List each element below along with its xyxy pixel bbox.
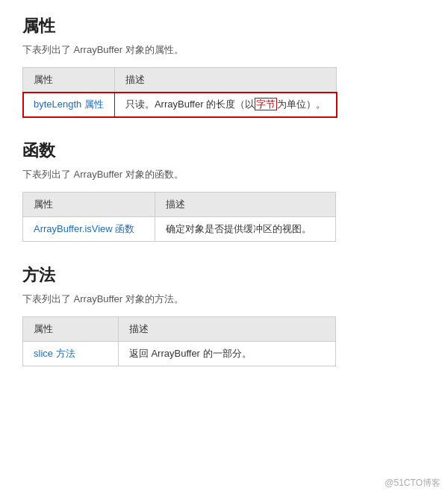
watermark: @51CTO博客 (385, 477, 441, 490)
functions-table: 属性 描述 ArrayBuffer.isView 函数 确定对象是否提供缓冲区的… (22, 192, 336, 242)
slice-link[interactable]: slice 方法 (34, 348, 75, 359)
desc-after: 为单位）。 (277, 99, 326, 110)
methods-desc: 下表列出了 ArrayBuffer 对象的方法。 (22, 293, 426, 306)
property-desc-cell: 只读。ArrayBuffer 的长度（以字节为单位）。 (114, 93, 336, 117)
desc-before: 只读。ArrayBuffer 的长度（以 (125, 99, 255, 110)
method-name-cell: slice 方法 (23, 342, 119, 366)
functions-section: 函数 下表列出了 ArrayBuffer 对象的函数。 属性 描述 ArrayB… (22, 140, 426, 242)
table-row: ArrayBuffer.isView 函数 确定对象是否提供缓冲区的视图。 (23, 217, 336, 242)
functions-col2-header: 描述 (155, 193, 336, 217)
methods-col2-header: 描述 (118, 317, 335, 342)
properties-col1-header: 属性 (23, 68, 115, 93)
methods-title: 方法 (22, 264, 426, 287)
table-row: byteLength 属性 只读。ArrayBuffer 的长度（以字节为单位）… (23, 93, 337, 117)
highlighted-word: 字节 (255, 98, 277, 110)
function-name-cell: ArrayBuffer.isView 函数 (23, 217, 155, 242)
properties-col2-header: 描述 (114, 68, 336, 93)
methods-table: 属性 描述 slice 方法 返回 ArrayBuffer 的一部分。 (22, 316, 336, 366)
methods-section: 方法 下表列出了 ArrayBuffer 对象的方法。 属性 描述 slice … (22, 264, 426, 366)
properties-table: 属性 描述 byteLength 属性 只读。ArrayBuffer 的长度（以… (22, 67, 337, 117)
table-row: slice 方法 返回 ArrayBuffer 的一部分。 (23, 342, 336, 366)
property-name-cell: byteLength 属性 (23, 93, 115, 117)
properties-desc: 下表列出了 ArrayBuffer 对象的属性。 (22, 43, 426, 57)
isview-link[interactable]: ArrayBuffer.isView 函数 (34, 223, 134, 234)
function-desc-cell: 确定对象是否提供缓冲区的视图。 (155, 217, 336, 242)
properties-title: 属性 (22, 15, 426, 37)
functions-desc: 下表列出了 ArrayBuffer 对象的函数。 (22, 168, 426, 181)
bytelength-link[interactable]: byteLength 属性 (34, 99, 104, 110)
functions-title: 函数 (22, 140, 426, 162)
properties-section: 属性 下表列出了 ArrayBuffer 对象的属性。 属性 描述 byteLe… (22, 15, 426, 117)
method-desc-cell: 返回 ArrayBuffer 的一部分。 (118, 342, 335, 366)
methods-col1-header: 属性 (23, 317, 119, 342)
functions-col1-header: 属性 (23, 193, 155, 217)
